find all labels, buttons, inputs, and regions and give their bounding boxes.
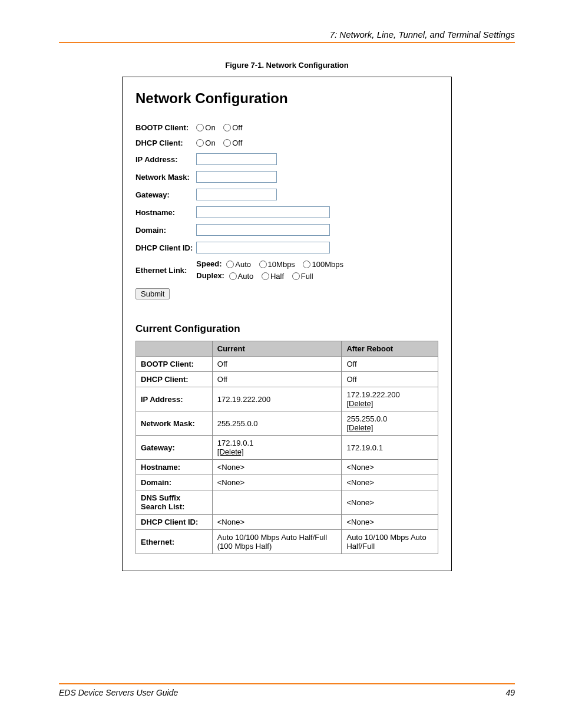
speed-100-label: 100Mbps (312, 260, 343, 269)
gateway-input[interactable] (196, 189, 277, 200)
ip-address-label: IP Address: (135, 150, 196, 168)
speed-10-radio[interactable] (259, 261, 267, 268)
row-current: 172.19.0.1 [Delete] (212, 436, 342, 460)
current-config-title: Current Configuration (135, 323, 438, 335)
domain-input[interactable] (196, 224, 330, 236)
row-current: <None> (212, 475, 342, 490)
row-current: 172.19.222.200 (212, 387, 342, 411)
ip-address-input[interactable] (196, 153, 277, 165)
delete-link[interactable]: [Delete] (346, 423, 373, 432)
row-label: Hostname: (136, 460, 213, 475)
gateway-label: Gateway: (135, 186, 196, 203)
speed-10-label: 10Mbps (268, 260, 295, 269)
row-label: DHCP Client ID: (136, 515, 213, 530)
figure-title: Network Configuration (135, 90, 438, 107)
current-config-table: Current After Reboot BOOTP Client: Off O… (135, 341, 438, 554)
duplex-half-radio[interactable] (262, 272, 269, 280)
duplex-full-label: Full (301, 272, 313, 281)
speed-label: Speed: (196, 259, 222, 268)
ethernet-link-label: Ethernet Link: (135, 256, 196, 284)
submit-button[interactable]: Submit (135, 288, 170, 299)
dhcp-client-id-label: DHCP Client ID: (135, 239, 196, 256)
table-row: DHCP Client: Off Off (136, 372, 438, 387)
footer-guide: EDS Device Servers User Guide (59, 688, 178, 697)
dhcp-off-radio[interactable] (223, 139, 231, 147)
table-row: IP Address: 172.19.222.200 172.19.222.20… (136, 387, 438, 411)
row-after: Off (342, 372, 438, 387)
row-current (212, 490, 342, 515)
duplex-full-radio[interactable] (292, 272, 300, 280)
hostname-label: Hostname: (135, 203, 196, 221)
row-current: <None> (212, 460, 342, 475)
row-current: Auto 10/100 Mbps Auto Half/Full (100 Mbp… (212, 530, 342, 554)
table-row: Gateway: 172.19.0.1 [Delete] 172.19.0.1 (136, 436, 438, 460)
off-label: Off (232, 123, 242, 132)
on-label: On (205, 123, 215, 132)
hostname-input[interactable] (196, 206, 330, 218)
on-label: On (205, 139, 215, 147)
row-after: <None> (342, 490, 438, 515)
row-after: 172.19.0.1 (342, 436, 438, 460)
row-after: 255.255.0.0 [Delete] (342, 411, 438, 436)
figure-caption: Figure 7-1. Network Configuration (59, 61, 515, 70)
speed-100-radio[interactable] (303, 261, 310, 268)
table-row: BOOTP Client: Off Off (136, 357, 438, 372)
page-number: 49 (505, 688, 515, 697)
table-row: DHCP Client ID: <None> <None> (136, 515, 438, 530)
dhcp-client-id-input[interactable] (196, 242, 330, 253)
speed-auto-radio[interactable] (226, 261, 234, 268)
off-label: Off (232, 139, 242, 147)
row-after: Off (342, 357, 438, 372)
row-after: <None> (342, 460, 438, 475)
table-row: Domain: <None> <None> (136, 475, 438, 490)
row-current: <None> (212, 515, 342, 530)
figure-box: Network Configuration BOOTP Client: On O… (122, 77, 452, 571)
page-footer: EDS Device Servers User Guide 49 (59, 683, 515, 697)
row-label: Domain: (136, 475, 213, 490)
table-row: Hostname: <None> <None> (136, 460, 438, 475)
col-current: Current (212, 341, 342, 357)
table-row: Ethernet: Auto 10/100 Mbps Auto Half/Ful… (136, 530, 438, 554)
network-mask-label: Network Mask: (135, 168, 196, 186)
row-after: <None> (342, 515, 438, 530)
bootp-off-radio[interactable] (223, 124, 231, 131)
dhcp-client-label: DHCP Client: (135, 135, 196, 150)
row-label: Ethernet: (136, 530, 213, 554)
network-config-form: BOOTP Client: On Off DHCP Client: On Off… (135, 120, 353, 284)
duplex-label: Duplex: (196, 271, 224, 280)
row-label: Network Mask: (136, 411, 213, 436)
col-after: After Reboot (342, 341, 438, 357)
bootp-client-label: BOOTP Client: (135, 120, 196, 135)
network-mask-input[interactable] (196, 171, 277, 183)
dhcp-on-radio[interactable] (196, 139, 204, 147)
col-blank (136, 341, 213, 357)
row-after: 172.19.222.200 [Delete] (342, 387, 438, 411)
row-after: <None> (342, 475, 438, 490)
row-current: Off (212, 357, 342, 372)
table-row: Network Mask: 255.255.0.0 255.255.0.0 [D… (136, 411, 438, 436)
row-label: Gateway: (136, 436, 213, 460)
row-label: DNS Suffix Search List: (136, 490, 213, 515)
row-after: Auto 10/100 Mbps Auto Half/Full (342, 530, 438, 554)
duplex-half-label: Half (270, 272, 284, 281)
chapter-header: 7: Network, Line, Tunnel, and Terminal S… (59, 29, 515, 43)
duplex-auto-label: Auto (238, 272, 254, 281)
row-current: 255.255.0.0 (212, 411, 342, 436)
table-row: DNS Suffix Search List: <None> (136, 490, 438, 515)
row-label: IP Address: (136, 387, 213, 411)
row-label: DHCP Client: (136, 372, 213, 387)
delete-link[interactable]: [Delete] (346, 399, 373, 408)
row-label: BOOTP Client: (136, 357, 213, 372)
speed-auto-label: Auto (235, 260, 251, 269)
delete-link[interactable]: [Delete] (217, 447, 244, 456)
duplex-auto-radio[interactable] (229, 272, 237, 280)
domain-label: Domain: (135, 221, 196, 239)
bootp-on-radio[interactable] (196, 124, 204, 131)
row-current: Off (212, 372, 342, 387)
